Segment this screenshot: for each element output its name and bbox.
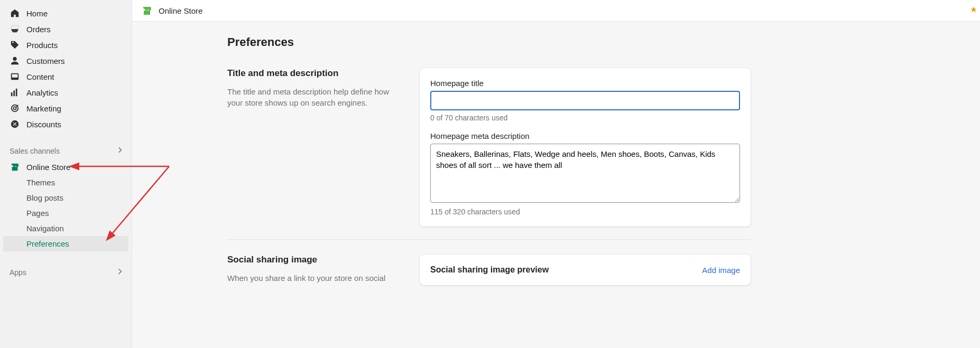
section-label: Apps <box>10 268 26 277</box>
nav-label: Discounts <box>26 120 61 129</box>
nav-online-store[interactable]: Online Store <box>0 159 132 175</box>
section-heading: Title and meta description <box>227 68 396 79</box>
nav-label: Marketing <box>26 104 61 113</box>
nav-label: Home <box>26 9 48 18</box>
homepage-title-count: 0 of 70 characters used <box>430 114 740 122</box>
nav-discounts[interactable]: Discounts <box>0 116 132 132</box>
svg-rect-3 <box>12 74 18 78</box>
section-title-meta: Title and meta description The title and… <box>227 68 751 227</box>
store-icon <box>10 162 20 172</box>
svg-point-8 <box>13 107 16 109</box>
section-description: The title and meta description help defi… <box>227 86 396 108</box>
tag-icon <box>10 40 20 50</box>
homepage-title-input[interactable] <box>430 91 740 110</box>
store-icon <box>142 5 152 16</box>
home-icon <box>10 8 20 18</box>
section-label: Sales channels <box>10 147 60 155</box>
nav-label: Customers <box>26 57 65 65</box>
meta-desc-count: 115 of 320 characters used <box>430 208 740 216</box>
bar-chart-icon <box>10 87 20 98</box>
page-title: Preferences <box>227 35 751 49</box>
sub-navigation[interactable]: Navigation <box>0 221 132 236</box>
sales-channels-header[interactable]: Sales channels <box>0 143 132 159</box>
sub-preferences[interactable]: Preferences <box>3 236 128 251</box>
nav-analytics[interactable]: Analytics <box>0 84 132 100</box>
svg-rect-6 <box>16 89 17 96</box>
nav-content[interactable]: Content <box>0 69 132 84</box>
nav-label: Products <box>26 41 58 50</box>
svg-point-10 <box>13 123 14 124</box>
image-icon <box>10 71 20 82</box>
sub-blog-posts[interactable]: Blog posts <box>0 190 132 205</box>
apps-header[interactable]: Apps <box>0 264 132 280</box>
sub-themes[interactable]: Themes <box>0 175 132 190</box>
svg-point-11 <box>15 125 16 126</box>
target-icon <box>10 103 20 114</box>
inbox-icon <box>10 24 20 34</box>
nav-orders[interactable]: Orders <box>0 21 132 37</box>
topbar: Online Store <box>132 0 980 22</box>
section-heading: Social sharing image <box>227 255 396 265</box>
chevron-right-icon <box>116 146 124 156</box>
nav-label: Orders <box>26 25 51 34</box>
topbar-title: Online Store <box>159 6 202 15</box>
nav-products[interactable]: Products <box>0 37 132 53</box>
meta-desc-textarea[interactable] <box>430 144 740 203</box>
nav-label: Content <box>26 72 54 81</box>
nav-marketing[interactable]: Marketing <box>0 100 132 116</box>
sidebar: Home Orders Products Customers Content <box>0 0 132 348</box>
section-desc: Title and meta description The title and… <box>227 68 407 227</box>
divider <box>227 239 751 240</box>
content: Preferences Title and meta description T… <box>132 22 980 298</box>
nav-home[interactable]: Home <box>0 5 132 21</box>
person-icon <box>10 55 20 66</box>
sub-pages[interactable]: Pages <box>0 205 132 221</box>
homepage-title-group: Homepage title 0 of 70 characters used <box>430 79 740 122</box>
meta-card: Homepage title 0 of 70 characters used H… <box>420 68 751 227</box>
main: Online Store Preferences Title and meta … <box>132 0 980 348</box>
nav-label: Online Store <box>26 163 70 172</box>
section-desc: Social sharing image When you share a li… <box>227 255 407 285</box>
social-preview-heading: Social sharing image preview <box>430 265 549 275</box>
svg-rect-0 <box>12 26 19 29</box>
discount-icon <box>10 119 20 129</box>
svg-rect-5 <box>13 90 15 96</box>
homepage-title-label: Homepage title <box>430 79 740 88</box>
social-card: Social sharing image preview Add image <box>420 255 751 285</box>
nav-customers[interactable]: Customers <box>0 53 132 69</box>
svg-rect-4 <box>11 92 13 96</box>
svg-point-1 <box>13 57 16 61</box>
meta-desc-label: Homepage meta description <box>430 131 740 140</box>
chevron-right-icon <box>116 267 124 277</box>
pin-icon[interactable] <box>969 5 978 16</box>
section-social: Social sharing image When you share a li… <box>227 255 751 285</box>
section-description: When you share a link to your store on s… <box>227 272 396 284</box>
add-image-button[interactable]: Add image <box>702 266 740 275</box>
meta-desc-group: Homepage meta description 115 of 320 cha… <box>430 131 740 216</box>
nav-label: Analytics <box>26 88 58 97</box>
